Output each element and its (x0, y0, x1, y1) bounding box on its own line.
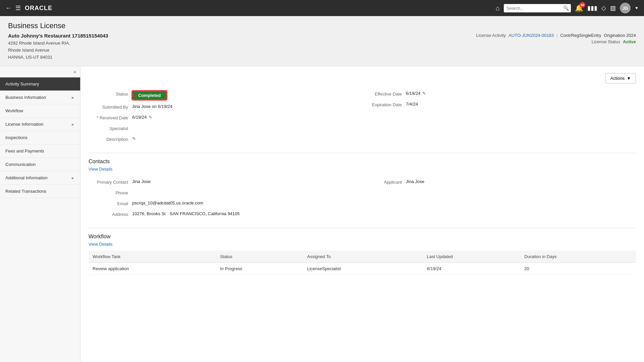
back-button[interactable]: ← (5, 5, 11, 12)
sidebar-item-business-information[interactable]: Business Information ► (0, 91, 80, 104)
effective-date-value: 6/19/24 ✎ (406, 91, 426, 96)
cell-status: In Progress (216, 263, 303, 275)
applicant-label: Applicant (362, 179, 406, 185)
sidebar-collapse-button[interactable]: « (73, 69, 76, 74)
sidebar-item-workflow[interactable]: Workflow (0, 104, 80, 118)
cell-task: Review application (89, 263, 216, 275)
sidebar-item-activity-summary[interactable]: Activity Summary (0, 77, 80, 91)
actions-button-label: Actions (610, 76, 625, 81)
submitted-by-value: Jina Jose on 6/19/24 (132, 104, 172, 109)
page-header: Business License Auto Johnny's Restauran… (0, 16, 644, 66)
effective-date-row: Effective Date 6/19/24 ✎ (362, 89, 636, 100)
chevron-right-icon-2: ► (71, 122, 75, 126)
user-dropdown-arrow[interactable]: ▼ (635, 6, 639, 10)
sidebar-label-related-transactions: Related Transactions (5, 189, 46, 194)
sidebar-item-inspections[interactable]: Inspections (0, 131, 80, 144)
divider-1 (89, 153, 636, 153)
activity-form-right: Effective Date 6/19/24 ✎ Expiration Date… (362, 89, 636, 145)
sidebar-item-related-transactions[interactable]: Related Transactions (0, 185, 80, 198)
sidebar-label-inspections: Inspections (5, 135, 28, 140)
license-status-value: Active (623, 39, 636, 44)
specialist-label: Specialist (89, 125, 132, 131)
sidebar-label-workflow: Workflow (5, 108, 23, 113)
address-label: Address (89, 211, 132, 217)
avatar[interactable]: JG (620, 3, 631, 13)
address-value: 10276, Brooks St SAN FRANCISCO, Californ… (132, 211, 240, 216)
table-row: Review application In Progress LicenseSp… (89, 263, 636, 275)
entry-type: ContrRegSingleEntry (560, 33, 601, 38)
sidebar-item-additional-information[interactable]: Additional Information ► (0, 171, 80, 185)
top-navigation: ← ☰ ORACLE ⌂ 🔍 🔔 69 ▮▮▮ ◇ ▧ JG ▼ (0, 0, 644, 16)
email-label: Email (89, 200, 132, 206)
status-completed-badge: Completed (132, 91, 167, 100)
address-row: Address 10276, Brooks St SAN FRANCISCO, … (89, 209, 362, 220)
search-input[interactable] (504, 4, 571, 12)
col-status: Status (216, 251, 303, 263)
phone-row: Phone (89, 188, 362, 198)
expiration-date-row: Expiration Date 7/4/24 (362, 100, 636, 110)
grid-icon[interactable]: ▧ (610, 4, 616, 12)
contact-address-line1: 10276, Brooks St (132, 211, 166, 216)
home-icon[interactable]: ⌂ (496, 4, 500, 12)
content-area: Actions ▼ Status Completed Submitted By (80, 66, 644, 362)
sidebar-label-additional-information: Additional Information (5, 175, 48, 180)
specialist-row: Specialist (89, 123, 362, 134)
contacts-section-title: Contacts (89, 159, 636, 165)
search-icon[interactable]: 🔍 (563, 5, 569, 11)
header-right: License Activity AUTO-JUN2024-00183 | Co… (476, 33, 636, 46)
expiration-date-label: Expiration Date (362, 102, 406, 107)
activity-form-left: Status Completed Submitted By Jina Jose … (89, 89, 362, 145)
notification-badge: 69 (580, 2, 585, 8)
received-date-row: Received Date 6/19/24 ✎ (89, 113, 362, 123)
license-activity-row: License Activity AUTO-JUN2024-00183 | Co… (476, 33, 636, 38)
chart-icon[interactable]: ▮▮▮ (587, 4, 597, 12)
col-workflow-task: Workflow Task (89, 251, 216, 263)
sidebar-item-fees-payments[interactable]: Fees and Payments (0, 144, 80, 158)
contacts-view-details-link[interactable]: View Details (89, 167, 112, 172)
notification-bell[interactable]: 🔔 69 (575, 4, 583, 12)
phone-label: Phone (89, 190, 132, 195)
description-edit-icon[interactable]: ✎ (132, 136, 136, 141)
header-left: Auto Johnny's Restaurant 1718515154043 4… (8, 33, 108, 61)
license-activity-link[interactable]: AUTO-JUN2024-00183 (508, 33, 554, 38)
description-label: Description (89, 136, 132, 142)
effective-date-label: Effective Date (362, 91, 406, 97)
actions-button[interactable]: Actions ▼ (605, 73, 636, 83)
main-layout: « Activity Summary Business Information … (0, 66, 644, 362)
oracle-logo: ORACLE (25, 5, 52, 12)
email-row: Email pscrqa_10@adcdat05.us.oracle.com (89, 198, 362, 209)
map-icon[interactable]: ◇ (601, 4, 606, 12)
primary-contact-value: Jina Jose (132, 179, 151, 184)
activity-form-grid: Status Completed Submitted By Jina Jose … (89, 89, 636, 145)
status-label: Status (89, 91, 132, 97)
workflow-section-title: Workflow (89, 234, 636, 240)
primary-contact-row: Primary Contact Jina Jose (89, 177, 362, 188)
received-date-label: Received Date (89, 115, 132, 120)
license-activity-label: License Activity (476, 33, 506, 38)
status-row: Status Completed (89, 89, 362, 102)
license-status-row: License Status Active (476, 39, 636, 44)
chevron-right-icon: ► (71, 96, 75, 100)
sidebar-item-license-information[interactable]: License Information ► (0, 118, 80, 131)
effective-date-edit-icon[interactable]: ✎ (422, 91, 426, 96)
menu-icon[interactable]: ☰ (15, 4, 21, 12)
sidebar-label-business-information: Business Information (5, 95, 46, 100)
address-line3: HANNA, US-UT 84031 (8, 55, 52, 60)
contact-address-line2: SAN FRANCISCO, California 94105 (170, 211, 240, 216)
sidebar-label-activity-summary: Activity Summary (5, 81, 39, 86)
sidebar-collapse-bar: « (0, 66, 80, 77)
cell-duration: 20 (520, 263, 636, 275)
sidebar: « Activity Summary Business Information … (0, 66, 80, 362)
contacts-section: Contacts View Details Primary Contact Ji… (89, 159, 636, 220)
cell-last-updated: 6/19/24 (423, 263, 521, 275)
divider: | (556, 33, 557, 38)
expiration-date-value: 7/4/24 (406, 102, 418, 107)
search-wrapper: 🔍 (504, 4, 571, 12)
received-date-edit-icon[interactable]: ✎ (149, 115, 152, 120)
description-row: Description ✎ (89, 134, 362, 145)
activity-form: Status Completed Submitted By Jina Jose … (89, 89, 636, 145)
license-status-label: License Status (592, 39, 620, 44)
status-value: Completed (132, 91, 167, 100)
sidebar-item-communication[interactable]: Communication (0, 158, 80, 171)
workflow-view-details-link[interactable]: View Details (89, 242, 112, 247)
